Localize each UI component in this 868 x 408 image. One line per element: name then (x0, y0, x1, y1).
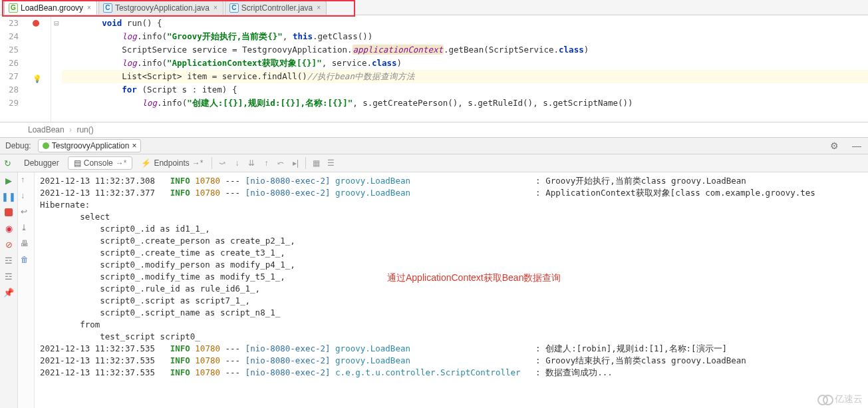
console-line: 2021-12-13 11:32:37.377 INFO 10780 --- [… (40, 187, 865, 199)
pin-icon[interactable]: 📌 (3, 287, 14, 298)
debug-label: Debug: (0, 141, 37, 150)
evaluate-expression-icon[interactable]: ▦ (309, 156, 323, 170)
close-icon[interactable]: × (86, 1, 92, 15)
annotation-text: 通过ApplicationContext获取Bean数据查询 (387, 272, 561, 284)
console-line: script0_.rule_id as rule_id6_1_, (40, 283, 865, 295)
gear-icon[interactable]: ⚙ (823, 140, 845, 151)
file-tab[interactable]: CTestgroovyApplication.java× (98, 1, 223, 15)
pin-icon: →* (192, 158, 204, 168)
console-left-gutter: ↑ ↓ ↩ ⤓ 🖶 🗑 (18, 172, 35, 408)
clear-all-icon[interactable]: 🗑 (21, 255, 31, 266)
print-icon[interactable]: 🖶 (21, 239, 31, 250)
java-class-icon: C (229, 3, 239, 13)
console-line: script0_.script_name as script_n8_1_ (40, 307, 865, 319)
step-into-icon[interactable]: ↓ (229, 156, 244, 170)
run-status-icon (43, 142, 49, 149)
resume-icon[interactable]: ▶ (3, 175, 14, 186)
console-line: script0_.create_person as create_p2_1_, (40, 235, 865, 247)
run-to-cursor-icon[interactable]: ▸| (288, 156, 303, 170)
file-tab[interactable]: CScriptController.java× (225, 1, 327, 15)
lightning-icon: ⚡ (141, 158, 151, 168)
console-line: 2021-12-13 11:32:37.535 INFO 10780 --- [… (40, 367, 865, 379)
groovy-file-icon: G (9, 3, 18, 13)
console-line: script0_.id as id1_1_, (40, 223, 865, 235)
settings-icon[interactable]: ☲ (3, 271, 14, 282)
chevron-right-icon: › (67, 125, 74, 134)
pause-icon[interactable]: ❚❚ (3, 191, 14, 202)
tab-console[interactable]: ▤ Console →* (68, 156, 133, 170)
get-thread-dump-icon[interactable]: ☲ (3, 255, 14, 266)
debug-toolwindow-header: Debug: TestgroovyApplication × ⚙ — (0, 138, 868, 154)
force-step-into-icon[interactable]: ⇊ (244, 156, 259, 170)
close-icon[interactable]: × (132, 141, 136, 150)
java-class-icon: C (103, 3, 112, 13)
console-output[interactable]: 2021-12-13 11:32:37.308 INFO 10780 --- [… (35, 172, 868, 408)
view-breakpoints-icon[interactable]: ◉ (3, 223, 14, 234)
watermark-label: 亿速云 (835, 393, 863, 405)
breadcrumb-item[interactable]: LoadBean (28, 125, 65, 134)
console-line: Hibernate: (40, 199, 865, 211)
console-line: test_script script0_ (40, 331, 865, 343)
code-editor[interactable]: 23242526272829 ⊟ void run() { log.info("… (0, 15, 868, 122)
tab-debugger[interactable]: Debugger (18, 156, 65, 170)
tab-label: TestgroovyApplication.java (115, 1, 210, 15)
file-tab[interactable]: GLoadBean.groovy× (4, 1, 97, 15)
console-line: from (40, 319, 865, 331)
console-line: 2021-12-13 11:32:37.308 INFO 10780 --- [… (40, 175, 865, 187)
session-name: TestgroovyApplication (52, 141, 130, 150)
trace-current-stream-icon[interactable]: ☰ (323, 156, 338, 170)
file-tabs: GLoadBean.groovy×CTestgroovyApplication.… (0, 0, 868, 15)
soft-wrap-icon[interactable]: ↩ (21, 207, 31, 218)
console-line: script0_.script as script7_1_, (40, 295, 865, 307)
separator (305, 157, 306, 169)
fold-gutter[interactable]: ⊟ (51, 15, 62, 122)
minimize-icon[interactable]: — (845, 140, 868, 151)
drop-frame-icon[interactable]: ⤺ (273, 156, 288, 170)
console-line: 2021-12-13 11:32:37.535 INFO 10780 --- [… (40, 355, 865, 367)
intention-bulb-icon[interactable] (33, 73, 40, 81)
tab-label: Debugger (24, 158, 59, 168)
tab-label: LoadBean.groovy (21, 1, 83, 15)
mute-breakpoints-icon[interactable]: ⊘ (3, 239, 14, 250)
console-line: script0_.modify_person as modify_p4_1_, (40, 259, 865, 271)
separator (212, 157, 212, 169)
console-icon: ▤ (74, 158, 81, 168)
console-panel: ▶ ❚❚ ◉ ⊘ ☲ ☲ 📌 ↑ ↓ ↩ ⤓ 🖶 🗑 2021-12-13 11… (0, 172, 868, 408)
debug-session-tab[interactable]: TestgroovyApplication × (38, 139, 142, 152)
tab-label: Console (84, 158, 113, 168)
tab-label: ScriptController.java (241, 1, 313, 15)
up-stack-icon[interactable]: ↑ (21, 175, 31, 186)
pin-icon: →* (116, 158, 127, 168)
tab-label: Endpoints (154, 158, 189, 168)
watermark-logo-icon (817, 395, 832, 404)
debug-left-gutter: ▶ ❚❚ ◉ ⊘ ☲ ☲ 📌 (0, 172, 18, 408)
step-over-icon[interactable]: ⤻ (215, 156, 229, 170)
stop-icon[interactable] (3, 207, 14, 218)
console-line: 2021-12-13 11:32:37.535 INFO 10780 --- [… (40, 343, 865, 355)
rerun-icon[interactable]: ↻ (0, 158, 15, 168)
step-out-icon[interactable]: ↑ (259, 156, 273, 170)
breadcrumb[interactable]: LoadBean › run() (0, 122, 868, 138)
debug-sub-toolbar: ↻ Debugger ▤ Console →* ⚡ Endpoints →* ⤻… (0, 154, 868, 172)
breakpoint-icon[interactable] (33, 20, 39, 27)
watermark: 亿速云 (817, 393, 863, 405)
code-area[interactable]: void run() { log.info("Groovy开始执行,当前类{}"… (62, 15, 868, 122)
breadcrumb-item[interactable]: run() (76, 125, 93, 134)
line-number-gutter: 23242526272829 (0, 15, 21, 122)
console-line: script0_.create_time as create_t3_1_, (40, 247, 865, 259)
scroll-to-end-icon[interactable]: ⤓ (21, 223, 31, 234)
console-line: select (40, 211, 865, 223)
close-icon[interactable]: × (315, 1, 322, 15)
marker-gutter[interactable] (21, 15, 51, 122)
close-icon[interactable]: × (212, 1, 219, 15)
tab-endpoints[interactable]: ⚡ Endpoints →* (135, 156, 209, 170)
down-stack-icon[interactable]: ↓ (21, 191, 31, 202)
